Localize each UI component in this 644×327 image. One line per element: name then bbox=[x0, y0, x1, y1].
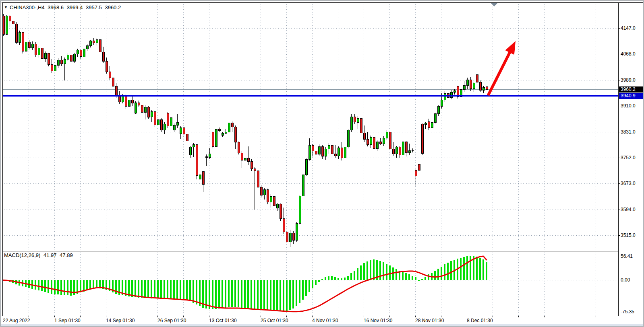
time-axis-label: 16 Nov 01:30 bbox=[364, 318, 392, 323]
time-axis-label: 13 Oct 01:30 bbox=[209, 318, 237, 323]
hline-price-badge[interactable]: 3940.9 bbox=[619, 93, 644, 99]
hline-price-value: 3940.9 bbox=[621, 93, 636, 99]
symbol-dropdown-icon[interactable]: ▼ bbox=[4, 5, 8, 9]
current-price-value: 3960.2 bbox=[621, 86, 636, 92]
time-axis-label: 14 Sep 01:30 bbox=[106, 318, 135, 323]
ohlc-high: 3969.4 bbox=[67, 4, 83, 10]
chart-frame bbox=[2, 2, 644, 316]
scroll-marker-icon[interactable] bbox=[491, 3, 497, 6]
macd-axis-label: 56.41 bbox=[621, 253, 633, 259]
time-axis-label: 26 Sep 01:30 bbox=[157, 318, 186, 323]
price-axis-label: 3594.0 bbox=[621, 207, 636, 212]
time-axis-label: 28 Nov 01:30 bbox=[415, 318, 444, 323]
time-axis-label: 1 Sep 01:30 bbox=[54, 318, 81, 323]
macd-signal-value: 47.89 bbox=[60, 252, 73, 258]
window-bottom-strip bbox=[1, 324, 643, 326]
chart-title: ▼CHINA300-,H4 3968.6 3969.4 3957.5 3960.… bbox=[4, 4, 122, 10]
time-axis-label: 22 Aug 2022 bbox=[3, 318, 30, 323]
time-axis-label: 8 Dec 01:30 bbox=[467, 318, 493, 323]
macd-name: MACD(12,26,9) bbox=[4, 252, 40, 258]
macd-current-value: 41.97 bbox=[43, 252, 57, 258]
macd-axis-label: -75.35 bbox=[621, 309, 634, 315]
price-axis-label: 4147.0 bbox=[621, 25, 636, 31]
macd-indicator-label: MACD(12,26,9) 41.97 47.89 bbox=[4, 252, 75, 258]
chart-window: ▼CHINA300-,H4 3968.6 3969.4 3957.5 3960.… bbox=[0, 0, 644, 327]
price-axis-label: 3673.0 bbox=[621, 181, 636, 186]
up-arrow-annotation[interactable] bbox=[488, 41, 516, 95]
horizontal-gridlines bbox=[3, 29, 620, 236]
candlestick-series[interactable] bbox=[2, 14, 488, 247]
ohlc-open: 3968.6 bbox=[48, 4, 64, 10]
symbol-period-label: CHINA300-,H4 bbox=[10, 4, 45, 10]
time-axis-label: 4 Nov 01:30 bbox=[312, 318, 338, 323]
price-axis-label: 3831.0 bbox=[621, 129, 636, 135]
ohlc-low: 3957.5 bbox=[86, 4, 102, 10]
price-axis-label: 3515.0 bbox=[621, 232, 636, 238]
macd-axis-label: 0.00 bbox=[621, 277, 630, 283]
current-price-badge: 3960.2 bbox=[619, 86, 644, 93]
price-axis-label: 4068.0 bbox=[621, 51, 636, 57]
ohlc-close: 3960.2 bbox=[105, 4, 121, 10]
chart-canvas[interactable] bbox=[1, 1, 644, 327]
price-axis-label: 3910.0 bbox=[621, 103, 636, 109]
price-axis-label: 3752.0 bbox=[621, 155, 636, 160]
time-axis-label: 25 Oct 01:30 bbox=[261, 318, 288, 323]
macd-histogram bbox=[2, 256, 487, 312]
price-axis-label: 3989.0 bbox=[621, 77, 636, 83]
